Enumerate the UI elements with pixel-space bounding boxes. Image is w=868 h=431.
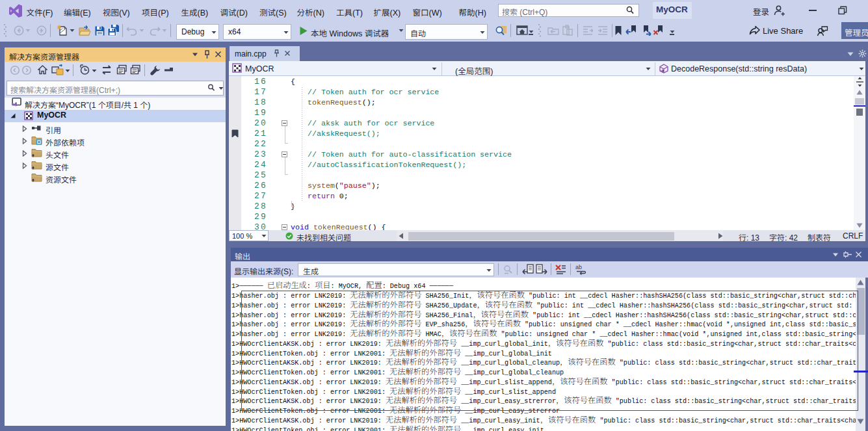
svg-text:ab: ab — [575, 264, 582, 270]
